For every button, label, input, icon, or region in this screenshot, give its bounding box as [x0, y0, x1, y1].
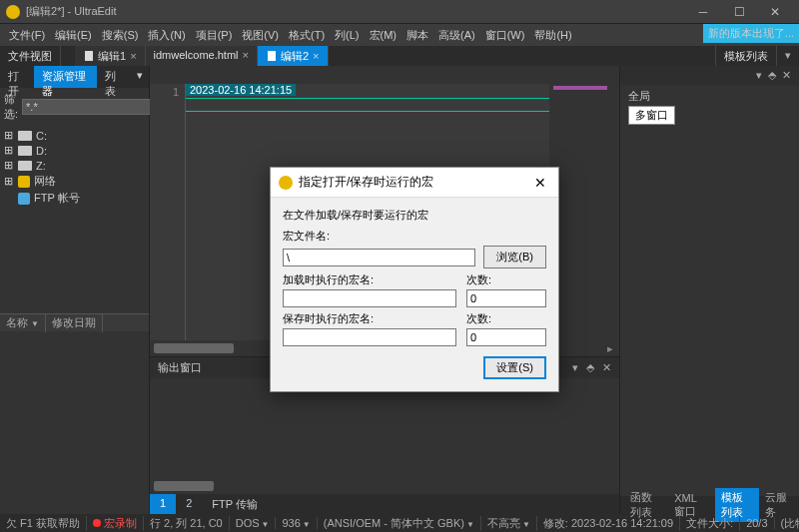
- filter-label: 筛选:: [4, 92, 18, 122]
- panel-dropdown-icon[interactable]: ▾: [572, 361, 578, 374]
- macfile-input[interactable]: [283, 249, 475, 266]
- ruler: [150, 66, 619, 84]
- panel-pin-icon[interactable]: ⬘: [768, 69, 776, 82]
- close-icon[interactable]: ×: [130, 50, 136, 62]
- output-body[interactable]: [150, 378, 619, 478]
- menu-advanced[interactable]: 高级(A): [433, 26, 480, 45]
- ftp-icon: [18, 193, 30, 205]
- status-compare: (比特/...): [775, 516, 799, 531]
- status-recording[interactable]: 宏录制: [87, 516, 144, 531]
- macfile-label: 宏文件名:: [283, 229, 546, 244]
- close-icon[interactable]: ×: [243, 49, 249, 61]
- close-button[interactable]: ✕: [757, 2, 793, 22]
- dialog-titlebar[interactable]: 指定打开/保存时运行的宏 ✕: [271, 168, 558, 198]
- panel-close-icon[interactable]: ✕: [602, 361, 611, 374]
- tab-edit2[interactable]: 编辑2×: [258, 46, 329, 66]
- panel-menu-icon[interactable]: ▾: [777, 46, 799, 66]
- status-codepage[interactable]: 936▼: [276, 517, 317, 529]
- set-button[interactable]: 设置(S): [483, 356, 546, 379]
- onload-input[interactable]: [283, 289, 456, 307]
- left-columns: 名称 ▼ 修改日期: [0, 313, 149, 331]
- col-date[interactable]: 修改日期: [46, 313, 103, 332]
- menu-file[interactable]: 文件(F): [4, 26, 50, 45]
- status-position: 行 2, 列 21, C0: [144, 516, 230, 531]
- tree-item-network[interactable]: ⊞网络: [4, 173, 145, 190]
- status-filesize: 文件大小:: [680, 516, 740, 531]
- maximize-button[interactable]: ☐: [721, 2, 757, 22]
- left-tab-open[interactable]: 打开: [0, 66, 34, 88]
- titlebar: [编辑2*] - UltraEdit ─ ☐ ✕: [0, 0, 799, 24]
- tab-idm[interactable]: idmwelcome.html×: [146, 46, 258, 66]
- menu-column[interactable]: 列(L): [330, 26, 364, 45]
- filter-row: 筛选: ▾ 📁: [0, 88, 149, 126]
- right-body: 全局 多窗口: [620, 85, 799, 496]
- file-icon: [83, 50, 95, 62]
- network-icon: [18, 176, 30, 188]
- menu-edit[interactable]: 编辑(E): [50, 26, 97, 45]
- dialog-body: 在文件加载/保存时要运行的宏 宏文件名: 浏览(B) 加载时执行的宏名: 次数:…: [271, 198, 558, 356]
- tree-item-drive-z[interactable]: ⊞Z:: [4, 158, 145, 173]
- onload-label: 加载时执行的宏名:: [283, 272, 456, 287]
- panel-pin-icon[interactable]: ⬘: [586, 361, 594, 374]
- status-encoding[interactable]: (ANSI/OEM - 简体中文 GBK)▼: [318, 516, 481, 531]
- panel-options-icon[interactable]: ▾: [131, 66, 149, 88]
- menu-project[interactable]: 项目(P): [191, 26, 238, 45]
- output-tab-2[interactable]: 2: [176, 494, 202, 514]
- dialog-description: 在文件加载/保存时要运行的宏: [283, 208, 546, 223]
- fileview-label: 文件视图: [0, 46, 61, 66]
- menu-format[interactable]: 格式(T): [284, 26, 330, 45]
- output-hscroll[interactable]: [150, 478, 619, 494]
- global-label: 全局: [628, 89, 791, 104]
- output-tab-ftp[interactable]: FTP 传输: [202, 494, 268, 514]
- left-tab-explorer[interactable]: 资源管理器: [34, 66, 96, 88]
- browse-button[interactable]: 浏览(B): [483, 246, 546, 268]
- file-tree[interactable]: ⊞C: ⊞D: ⊞Z: ⊞网络 FTP 帐号: [0, 126, 149, 313]
- onload-count-input[interactable]: [466, 289, 546, 307]
- menu-script[interactable]: 脚本: [401, 26, 433, 45]
- output-tab-1[interactable]: 1: [150, 494, 176, 514]
- menu-search[interactable]: 搜索(S): [97, 26, 144, 45]
- tree-item-drive-d[interactable]: ⊞D:: [4, 143, 145, 158]
- menu-help[interactable]: 帮助(H): [529, 26, 576, 45]
- onsave-input[interactable]: [283, 328, 456, 346]
- line-gutter: 1: [150, 84, 186, 340]
- right-panel: ▾ ⬘ ✕ 全局 多窗口 函数列表 XML 窗口 模板列表 云服务: [619, 66, 799, 514]
- tree-item-ftp[interactable]: FTP 帐号: [4, 190, 145, 207]
- left-tab-list[interactable]: 列表: [97, 66, 131, 88]
- minimap[interactable]: [549, 84, 619, 340]
- left-panel: 打开 资源管理器 列表 ▾ 筛选: ▾ 📁 ⊞C: ⊞D: ⊞Z: ⊞网络 FT…: [0, 66, 150, 514]
- filter-input[interactable]: [22, 99, 168, 115]
- editor-line: 2023-02-16 14:21:15: [186, 84, 296, 96]
- dialog-title: 指定打开/保存时运行的宏: [299, 174, 530, 191]
- window-buttons: ─ ☐ ✕: [685, 2, 793, 22]
- menu-view[interactable]: 视图(V): [237, 26, 284, 45]
- cursor-line: [186, 98, 549, 112]
- status-highlight[interactable]: 不高亮▼: [481, 516, 537, 531]
- drive-icon: [18, 146, 32, 156]
- menu-insert[interactable]: 插入(N): [143, 26, 190, 45]
- panel-close-icon[interactable]: ✕: [782, 69, 791, 82]
- new-version-banner[interactable]: 新的版本出现了...: [703, 24, 799, 43]
- dialog-close-icon[interactable]: ✕: [530, 175, 550, 191]
- templates-label[interactable]: 模板列表: [715, 46, 777, 66]
- output-title: 输出窗口: [158, 360, 202, 375]
- count2-label: 次数:: [466, 311, 546, 326]
- status-lineend[interactable]: DOS▼: [230, 517, 277, 529]
- left-tabs: 打开 资源管理器 列表 ▾: [0, 66, 149, 88]
- panel-dropdown-icon[interactable]: ▾: [756, 69, 762, 82]
- menu-macro[interactable]: 宏(M): [365, 26, 402, 45]
- menubar: 文件(F) 编辑(E) 搜索(S) 插入(N) 项目(P) 视图(V) 格式(T…: [0, 24, 799, 46]
- tree-item-drive-c[interactable]: ⊞C:: [4, 128, 145, 143]
- status-modified: 修改: 2023-02-16 14:21:09: [537, 516, 680, 531]
- menu-window[interactable]: 窗口(W): [480, 26, 530, 45]
- onsave-label: 保存时执行的宏名:: [283, 311, 456, 326]
- app-icon: [6, 5, 20, 19]
- col-name[interactable]: 名称 ▼: [0, 313, 46, 332]
- multiwindow-item[interactable]: 多窗口: [628, 106, 675, 125]
- minimize-button[interactable]: ─: [685, 2, 721, 22]
- macro-dialog: 指定打开/保存时运行的宏 ✕ 在文件加载/保存时要运行的宏 宏文件名: 浏览(B…: [270, 167, 559, 392]
- close-icon[interactable]: ×: [313, 50, 319, 62]
- onsave-count-input[interactable]: [466, 328, 546, 346]
- svg-rect-0: [85, 51, 93, 61]
- tab-edit1[interactable]: 编辑1×: [75, 46, 146, 66]
